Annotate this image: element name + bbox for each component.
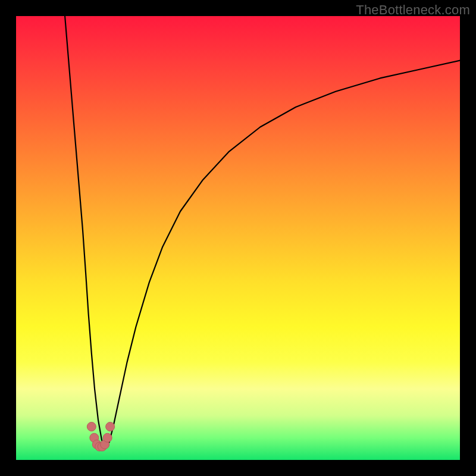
watermark-text: TheBottleneck.com (356, 2, 470, 18)
bottleneck-curve (65, 16, 460, 447)
minimum-marker (106, 422, 115, 431)
chart-svg (16, 16, 460, 460)
chart-frame: TheBottleneck.com (0, 0, 476, 476)
plot-area (16, 16, 460, 460)
minimum-marker (87, 422, 96, 431)
minimum-marker (103, 433, 112, 442)
